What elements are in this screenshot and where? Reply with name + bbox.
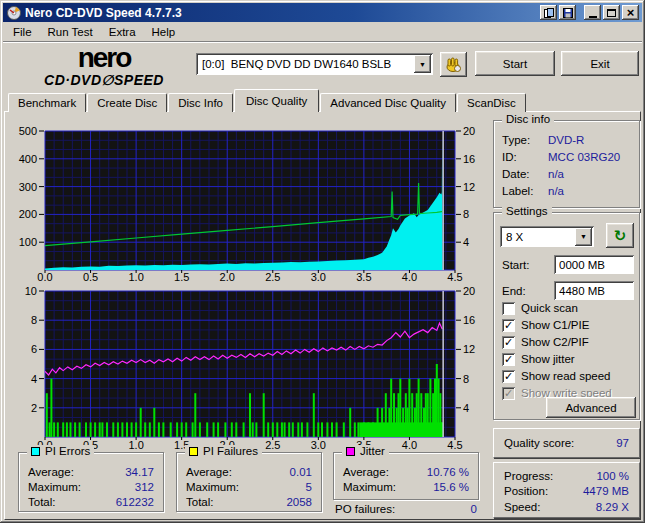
speed-select-value: 8 X xyxy=(500,231,575,243)
refresh-icon: ↻ xyxy=(614,227,627,245)
progress-value: 100 % xyxy=(596,470,629,482)
speed-value: 8.29 X xyxy=(596,501,629,513)
po-failures-row: PO failures: 0 xyxy=(335,503,477,515)
svg-text:8: 8 xyxy=(463,373,469,385)
pi-errors-maximum-label: Maximum: xyxy=(28,481,81,493)
start-button[interactable]: Start xyxy=(475,51,555,76)
pi-errors-maximum-value: 312 xyxy=(135,481,154,493)
refresh-button[interactable]: ↻ xyxy=(606,223,634,248)
svg-text:3.0: 3.0 xyxy=(311,439,326,451)
pi-failures-total-label: Total: xyxy=(186,496,214,508)
svg-text:200: 200 xyxy=(19,208,37,220)
minimize-button[interactable] xyxy=(584,5,601,20)
disc-info-group: Disc info Type:DVD-R ID:MCC 03RG20 Date:… xyxy=(493,120,640,208)
pi-failures-group: PI Failures Average:0.01 Maximum:5 Total… xyxy=(176,452,322,512)
minimize-icon xyxy=(589,16,597,18)
floppy-icon xyxy=(563,8,573,18)
svg-text:4: 4 xyxy=(463,402,469,414)
exit-button[interactable]: Exit xyxy=(561,51,639,76)
checkbox-box[interactable]: ✓ xyxy=(502,370,515,383)
start-position-label: Start: xyxy=(502,259,529,271)
pi-failures-legend-swatch xyxy=(189,447,198,456)
checkbox-show-c1-pie[interactable]: ✓Show C1/PIE xyxy=(502,318,589,332)
app-icon xyxy=(7,6,21,20)
menu-bar: File Run Test Extra Help xyxy=(3,22,642,41)
drive-dropdown-arrow-icon[interactable]: ▼ xyxy=(414,55,431,73)
checkbox-show-read-speed[interactable]: ✓Show read speed xyxy=(502,369,611,383)
po-failures-label: PO failures: xyxy=(335,503,395,515)
pi-errors-chart: 500400300200100201612840.00.51.01.52.02.… xyxy=(8,118,488,285)
copy-button[interactable] xyxy=(540,5,557,20)
end-position-input[interactable] xyxy=(554,281,634,300)
po-failures-value: 0 xyxy=(471,503,477,515)
quality-score-value: 97 xyxy=(616,437,629,449)
tab-disc-quality[interactable]: Disc Quality xyxy=(234,89,319,112)
close-button[interactable]: × xyxy=(622,5,639,20)
svg-text:300: 300 xyxy=(19,181,37,193)
title-bar: Nero CD-DVD Speed 4.7.7.3 × xyxy=(3,3,642,22)
svg-text:1.0: 1.0 xyxy=(128,439,143,451)
checkbox-show-jitter[interactable]: ✓Show jitter xyxy=(502,352,575,366)
position-value: 4479 MB xyxy=(583,485,629,497)
disc-type-value: DVD-R xyxy=(548,134,584,146)
jitter-legend-swatch xyxy=(346,447,355,456)
svg-text:8: 8 xyxy=(463,208,469,220)
pi-failures-maximum-label: Maximum: xyxy=(186,481,239,493)
svg-text:500: 500 xyxy=(19,125,37,137)
jitter-maximum-value: 15.6 % xyxy=(433,481,469,493)
settings-group: Settings 8 X ▼ ↻ Start: End: Quick scan … xyxy=(493,212,640,420)
pi-errors-total-label: Total: xyxy=(28,496,56,508)
tab-scandisc[interactable]: ScanDisc xyxy=(457,93,526,112)
tab-disc-info[interactable]: Disc Info xyxy=(168,93,233,112)
svg-text:2.5: 2.5 xyxy=(265,439,280,451)
svg-text:16: 16 xyxy=(463,314,475,326)
tab-create-disc[interactable]: Create Disc xyxy=(87,93,167,112)
disc-id-label: ID: xyxy=(502,151,548,163)
tab-benchmark[interactable]: Benchmark xyxy=(8,93,86,112)
settings-title: Settings xyxy=(502,205,552,217)
maximize-button[interactable] xyxy=(603,5,620,20)
start-position-input[interactable] xyxy=(554,255,634,274)
eject-button[interactable] xyxy=(440,52,467,77)
svg-text:4: 4 xyxy=(463,236,469,248)
pi-errors-group: PI Errors Average:34.17 Maximum:312 Tota… xyxy=(18,452,164,512)
disc-label-value: n/a xyxy=(548,185,564,197)
hand-icon xyxy=(445,56,462,73)
checkbox-quick-scan[interactable]: Quick scan xyxy=(502,301,578,315)
checkbox-box: ✓ xyxy=(502,387,515,400)
svg-text:8: 8 xyxy=(31,314,37,326)
checkbox-show-c2-pif[interactable]: ✓Show C2/PIF xyxy=(502,335,589,349)
pi-errors-average-label: Average: xyxy=(28,466,74,478)
speed-select[interactable]: 8 X ▼ xyxy=(500,226,594,247)
position-label: Position: xyxy=(504,485,548,497)
checkbox-box[interactable]: ✓ xyxy=(502,353,515,366)
checkbox-box[interactable]: ✓ xyxy=(502,336,515,349)
disc-date-label: Date: xyxy=(502,168,548,180)
checkbox-box[interactable] xyxy=(502,302,515,315)
menu-item-file[interactable]: File xyxy=(5,24,40,40)
svg-text:12: 12 xyxy=(463,181,475,193)
speed-dropdown-arrow-icon[interactable]: ▼ xyxy=(575,228,592,246)
save-button[interactable] xyxy=(559,5,576,20)
disc-label-label: Label: xyxy=(502,185,548,197)
pi-errors-legend-swatch xyxy=(31,447,40,456)
progress-label: Progress: xyxy=(504,470,553,482)
close-icon: × xyxy=(627,8,635,18)
drive-select[interactable]: [0:0] BENQ DVD DD DW1640 BSLB ▼ xyxy=(196,53,433,75)
menu-item-help[interactable]: Help xyxy=(144,24,184,40)
tab-advanced-disc-quality[interactable]: Advanced Disc Quality xyxy=(320,93,456,112)
menu-item-extra[interactable]: Extra xyxy=(101,24,144,40)
svg-text:20: 20 xyxy=(463,125,475,137)
advanced-button[interactable]: Advanced xyxy=(546,397,636,418)
maximize-icon xyxy=(607,9,616,17)
pi-failures-chart: 108642201612840.00.51.01.52.02.53.03.54.… xyxy=(8,283,488,455)
checkbox-box[interactable]: ✓ xyxy=(502,319,515,332)
svg-text:16: 16 xyxy=(463,153,475,165)
svg-text:4: 4 xyxy=(31,373,37,385)
pi-failures-title: PI Failures xyxy=(203,445,258,457)
pi-failures-average-label: Average: xyxy=(186,466,232,478)
menu-item-run-test[interactable]: Run Test xyxy=(40,24,101,40)
progress-panel: Progress:100 % Position:4479 MB Speed:8.… xyxy=(493,462,640,518)
app-window: Nero CD-DVD Speed 4.7.7.3 × Fi xyxy=(0,0,645,523)
tab-strip: Benchmark Create Disc Disc Info Disc Qua… xyxy=(8,91,527,112)
